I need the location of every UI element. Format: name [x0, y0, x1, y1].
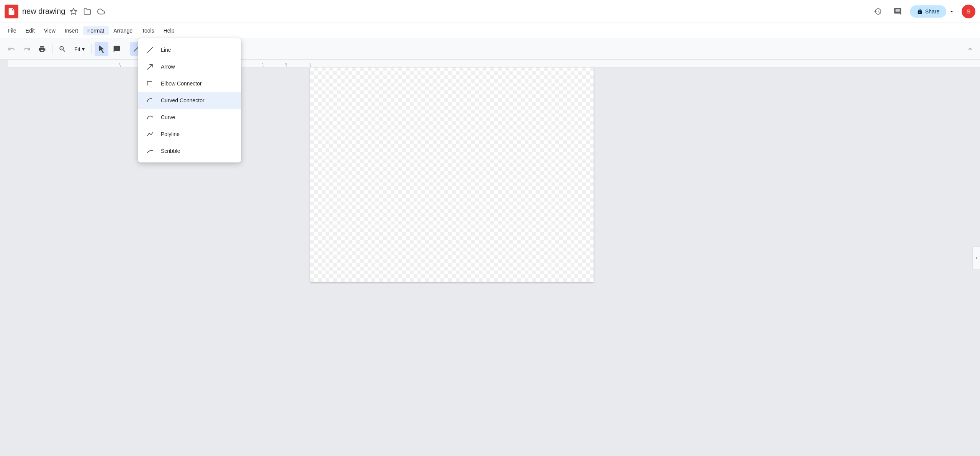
share-dropdown-arrow[interactable]	[946, 6, 957, 17]
svg-text:8: 8	[285, 62, 287, 66]
dropdown-item-curve[interactable]: Curve	[138, 109, 241, 126]
scribble-icon	[146, 146, 155, 156]
menu-format[interactable]: Format	[83, 26, 109, 35]
user-avatar[interactable]: S	[962, 5, 975, 18]
menu-bar: File Edit View Insert Format Arrange Too…	[0, 23, 980, 38]
dropdown-item-scribble[interactable]: Scribble	[138, 143, 241, 159]
dropdown-item-curved-connector[interactable]: Curved Connector	[138, 92, 241, 109]
zoom-dropdown-arrow: ▾	[82, 46, 85, 52]
menu-view[interactable]: View	[39, 26, 60, 35]
share-button[interactable]: Share	[910, 5, 946, 18]
curved-connector-icon	[146, 96, 155, 105]
cloud-save-icon[interactable]	[96, 6, 106, 17]
line-icon	[146, 45, 155, 54]
elbow-connector-label: Elbow Connector	[161, 80, 234, 87]
svg-line-36	[147, 47, 153, 53]
header-right: Share S	[870, 4, 975, 19]
doc-title[interactable]: new drawing	[22, 7, 65, 16]
menu-file[interactable]: File	[3, 26, 21, 35]
menu-insert[interactable]: Insert	[60, 26, 83, 35]
zoom-selector[interactable]: Fit ▾	[71, 44, 88, 54]
curve-label: Curve	[161, 114, 234, 120]
svg-line-37	[147, 64, 152, 69]
dropdown-item-line[interactable]: Line	[138, 41, 241, 58]
svg-text:7: 7	[261, 62, 263, 66]
menu-arrange[interactable]: Arrange	[109, 26, 137, 35]
zoom-out-button[interactable]	[56, 42, 69, 56]
dropdown-item-elbow-connector[interactable]: Elbow Connector	[138, 75, 241, 92]
svg-text:9: 9	[309, 62, 311, 66]
right-sidebar-toggle[interactable]	[972, 246, 980, 269]
curved-connector-label: Curved Connector	[161, 97, 234, 103]
divider-1	[52, 44, 52, 54]
doc-canvas[interactable]	[310, 67, 594, 282]
svg-marker-0	[70, 8, 77, 14]
undo-button[interactable]	[5, 42, 18, 56]
arrow-label: Arrow	[161, 64, 234, 70]
title-bar: new drawing	[0, 0, 980, 23]
redo-button[interactable]	[20, 42, 34, 56]
share-label: Share	[925, 8, 939, 15]
arrow-icon	[146, 62, 155, 71]
dropdown-item-polyline[interactable]: Polyline	[138, 126, 241, 143]
menu-help[interactable]: Help	[159, 26, 179, 35]
app-icon	[5, 5, 18, 18]
menu-tools[interactable]: Tools	[137, 26, 159, 35]
menu-edit[interactable]: Edit	[21, 26, 39, 35]
history-button[interactable]	[870, 4, 885, 19]
title-icons-group	[68, 6, 106, 17]
folder-move-icon[interactable]	[82, 6, 93, 17]
curve-icon	[146, 113, 155, 122]
elbow-connector-icon	[146, 79, 155, 88]
dropdown-item-arrow[interactable]: Arrow	[138, 58, 241, 75]
line-label: Line	[161, 47, 234, 53]
polyline-label: Polyline	[161, 131, 234, 137]
svg-text:1: 1	[119, 62, 121, 66]
collapse-toolbar-button[interactable]	[965, 44, 975, 54]
scribble-label: Scribble	[161, 148, 234, 154]
comment-button[interactable]	[890, 4, 905, 19]
select-button[interactable]	[95, 42, 108, 56]
print-button[interactable]	[35, 42, 49, 56]
polyline-icon	[146, 130, 155, 139]
canvas-checkerboard	[310, 67, 594, 282]
divider-3	[127, 44, 127, 54]
comment-add-button[interactable]	[110, 42, 124, 56]
star-icon[interactable]	[68, 6, 79, 17]
zoom-level-label: Fit	[74, 46, 80, 52]
divider-2	[91, 44, 92, 54]
dropdown-menu: Line Arrow Elbow Connector Curved Connec…	[138, 38, 241, 162]
